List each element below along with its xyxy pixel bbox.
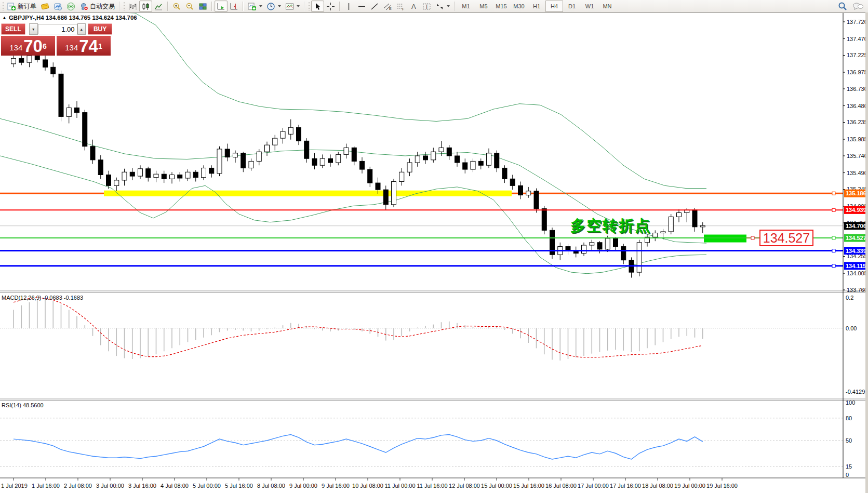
text-button[interactable]: A [407,1,420,12]
sell-button[interactable]: SELL [1,23,25,35]
volume-up-button[interactable]: ▲ [77,23,86,35]
tile-windows-button[interactable] [196,1,209,12]
fibonacci-button[interactable]: F [394,1,407,12]
svg-text:9 Jul 00:00: 9 Jul 00:00 [289,483,317,489]
trendline-button[interactable] [368,1,381,12]
timeframe-button-d1[interactable]: D1 [563,1,581,12]
candle-chart-button[interactable] [139,1,152,12]
text-label-button[interactable]: T [420,1,433,12]
svg-text:135.740: 135.740 [847,153,867,159]
timeframe-button-h4[interactable]: H4 [545,1,563,12]
crosshair-button[interactable] [324,1,337,12]
svg-text:134.005: 134.005 [847,270,867,276]
timeframe-button-m1[interactable]: M1 [457,1,475,12]
macd-label: MACD(12,26,9) -0.0683 -0.1683 [2,295,83,301]
chevron-down-icon [259,5,262,7]
sell-price-display[interactable]: 134706 [1,36,55,56]
text-icon: A [409,2,418,11]
toolbar-group-cursor [306,0,338,12]
svg-text:5 Jul 16:00: 5 Jul 16:00 [225,483,253,489]
svg-text:4 Jul 08:00: 4 Jul 08:00 [161,483,189,489]
channel-button[interactable]: E [381,1,394,12]
buy-button[interactable]: BUY [88,23,112,35]
svg-text:135.490: 135.490 [847,170,867,176]
symbol-info-line: ▲ GBPJPY-,H4 134.686 134.765 134.624 134… [2,15,137,21]
zoom-in-button[interactable] [170,1,183,12]
timeframe-button-m30[interactable]: M30 [510,1,528,12]
cursor-button[interactable] [311,1,324,12]
tile-windows-icon [198,2,207,11]
pane-separators[interactable] [0,12,865,478]
time-axis[interactable]: 1 Jul 20191 Jul 16:002 Jul 08:003 Jul 00… [1,478,738,489]
price-annotation-box[interactable]: 134.527 [759,230,813,246]
community-button[interactable] [51,1,64,12]
templates-button[interactable] [283,1,302,12]
horizontal-line-icon [357,2,366,11]
horizontal-line-button[interactable] [355,1,368,12]
volume-input[interactable] [38,24,77,34]
community-icon [54,2,62,11]
sell-price-figure: 134 [9,41,22,55]
address-book-button[interactable] [38,1,51,12]
timeframe-button-h1[interactable]: H1 [528,1,545,12]
svg-text:1 Jul 2019: 1 Jul 2019 [1,483,28,489]
toolbar: 新订单 自动交易 [0,0,868,13]
svg-text:15: 15 [846,463,852,470]
level-lines-layer[interactable] [0,192,843,268]
sell-price-point: 6 [43,36,47,57]
svg-text:15 Jul 16:00: 15 Jul 16:00 [513,483,544,489]
auto-trading-button[interactable]: 自动交易 [77,1,117,12]
timeframe-button-mn[interactable]: MN [598,1,616,12]
search-icon[interactable] [838,2,847,11]
vertical-line-button[interactable] [342,1,355,12]
toolbar-drag-handle[interactable] [2,2,4,10]
new-order-icon [7,2,16,11]
timeframe-button-w1[interactable]: W1 [581,1,598,12]
auto-trading-icon [79,2,88,11]
timeframe-button-m15[interactable]: M15 [492,1,510,12]
crosshair-icon [326,2,335,11]
toolbar-separator [339,2,340,11]
toolbar-drag-handle[interactable] [308,2,310,10]
svg-text:133.760: 133.760 [847,287,867,293]
pivot-annotation-text[interactable]: 多空转折点 [570,216,651,236]
chart-shift-button[interactable] [228,1,241,12]
chart-canvas[interactable]: 137.720137.470137.225136.975136.730136.4… [0,0,868,493]
svg-text:15 Jul 00:00: 15 Jul 00:00 [481,483,512,489]
new-chart-icon [248,2,257,11]
text-label-icon: T [422,2,431,11]
signals-button[interactable] [64,1,77,12]
toolbar-separator [211,2,212,11]
zoom-out-icon [185,2,194,11]
svg-text:3 Jul 00:00: 3 Jul 00:00 [96,483,124,489]
autoscroll-button[interactable] [215,1,228,12]
svg-text:135.186: 135.186 [846,190,866,196]
buy-price-display[interactable]: 134741 [57,36,111,56]
arrows-button[interactable] [433,1,452,12]
timeframe-button-m5[interactable]: M5 [475,1,492,12]
volume-down-button[interactable]: ▼ [29,23,38,35]
auto-trading-label: 自动交易 [90,2,115,11]
chat-icon[interactable] [852,2,864,11]
one-click-collapse-icon[interactable]: ▲ [2,15,7,20]
svg-text:T: T [425,4,429,9]
svg-text:11 Jul 16:00: 11 Jul 16:00 [417,483,447,489]
svg-text:136.235: 136.235 [847,119,867,125]
signals-icon [66,2,75,11]
zoom-out-button[interactable] [183,1,196,12]
svg-text:17 Jul 16:00: 17 Jul 16:00 [610,483,641,489]
line-chart-button[interactable] [152,1,165,12]
buy-price-point: 1 [98,36,102,57]
new-chart-button[interactable] [246,1,264,12]
new-order-button[interactable]: 新订单 [5,1,38,12]
window-right-edge [865,12,868,493]
bar-chart-button[interactable] [126,1,139,12]
rsi-label: RSI(14) 48.5600 [2,402,44,408]
periods-button[interactable] [264,1,283,12]
toolbar-drag-handle[interactable] [123,2,125,10]
svg-text:A: A [411,3,416,10]
svg-text:19 Jul 00:00: 19 Jul 00:00 [674,483,705,489]
macd-layer [0,298,843,361]
svg-text:5 Jul 00:00: 5 Jul 00:00 [193,483,221,489]
main-pane-back-layer [0,191,843,226]
